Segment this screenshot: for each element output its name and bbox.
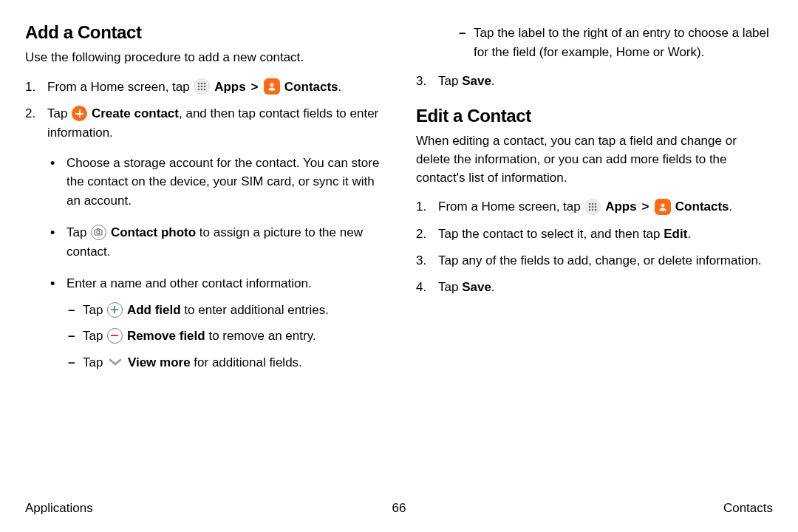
intro-edit: When editing a contact, you can tap a fi…: [416, 132, 773, 187]
step-2: Tap Create contact, and then tap contact…: [25, 104, 382, 372]
edit-step-1: From a Home screen, tap Apps > Contacts.: [416, 197, 773, 216]
dash-remove-field: Tap Remove field to remove an entry.: [66, 327, 382, 346]
edit-step-3: Tap any of the fields to add, change, or…: [416, 251, 773, 270]
add-field-icon: [107, 302, 123, 318]
svg-point-18: [589, 208, 591, 211]
edit-s1-end: .: [729, 200, 733, 214]
save-label: Save: [462, 74, 491, 88]
edit-s1-pre: From a Home screen, tap: [438, 200, 584, 214]
step-2-bullets: Choose a storage account for the contact…: [47, 154, 382, 372]
camera-icon: [91, 225, 106, 240]
edit-s2-end: .: [687, 227, 691, 241]
step3-end: .: [491, 74, 495, 88]
page-number: 66: [392, 501, 406, 516]
svg-point-4: [201, 86, 203, 88]
apps-icon: [194, 78, 210, 95]
svg-point-16: [592, 205, 594, 208]
svg-point-9: [270, 83, 274, 87]
apps-icon: [584, 199, 601, 215]
view-more-label: View more: [128, 355, 191, 369]
edit-label: Edit: [664, 227, 687, 241]
svg-point-17: [595, 205, 597, 208]
svg-point-19: [592, 208, 594, 211]
steps-add-continued: Tap Save.: [416, 72, 773, 91]
step-3-save: Tap Save.: [416, 72, 773, 91]
bullet-name-info: Enter a name and other contact informati…: [47, 274, 382, 372]
column-left: Add a Contact Use the following procedur…: [25, 22, 382, 385]
bullet-storage: Choose a storage account for the contact…: [47, 154, 382, 211]
svg-point-15: [589, 205, 591, 208]
edit-s4-end: .: [491, 280, 495, 294]
svg-point-20: [595, 208, 597, 211]
contacts-icon: [264, 78, 280, 95]
dash-remove-post: to remove an entry.: [205, 329, 316, 343]
svg-point-1: [201, 83, 203, 85]
column-right: Tap the label to the right of an entry t…: [416, 22, 773, 385]
contact-photo-label: Contact photo: [111, 225, 196, 239]
remove-field-icon: [107, 328, 123, 344]
section-title-edit: Edit a Contact: [416, 106, 773, 126]
svg-point-12: [589, 202, 591, 205]
svg-point-14: [595, 202, 597, 205]
apps-label: Apps: [214, 80, 246, 94]
svg-point-3: [198, 86, 200, 88]
svg-point-6: [198, 89, 200, 91]
dash-view-pre: Tap: [83, 355, 106, 369]
two-column-layout: Add a Contact Use the following procedur…: [25, 22, 773, 385]
page-footer: Applications 66 Contacts: [25, 501, 773, 516]
dash-add-pre: Tap: [83, 303, 106, 317]
intro-add: Use the following procedure to add a new…: [25, 49, 382, 67]
create-contact-icon: [72, 106, 87, 121]
dash-add-field: Tap Add field to enter additional entrie…: [66, 301, 382, 320]
step-2-pre: Tap: [47, 106, 71, 120]
svg-point-13: [592, 202, 594, 205]
svg-point-2: [204, 83, 206, 85]
section-title-add: Add a Contact: [25, 22, 382, 43]
continued-dash: Tap the label to the right of an entry t…: [416, 24, 773, 61]
step-1: From a Home screen, tap Apps > Contacts.: [25, 78, 382, 97]
chevron-down-icon: [107, 355, 123, 369]
bullet-name-text: Enter a name and other contact informati…: [66, 276, 312, 290]
sub-dashes: Tap Add field to enter additional entrie…: [66, 301, 382, 372]
step-1-end: .: [338, 80, 342, 94]
svg-point-11: [97, 231, 100, 234]
edit-s2-pre: Tap the contact to select it, and then t…: [438, 227, 664, 241]
dash-add-post: to enter additional entries.: [181, 303, 329, 317]
manual-page: Add a Contact Use the following procedur…: [0, 0, 798, 532]
create-contact-label: Create contact: [92, 106, 179, 120]
breadcrumb-chevron: >: [250, 80, 258, 94]
breadcrumb-chevron: >: [641, 200, 649, 214]
svg-point-0: [198, 83, 200, 85]
contacts-icon: [655, 199, 671, 215]
step3-pre: Tap: [438, 74, 462, 88]
footer-left: Applications: [25, 501, 93, 516]
dash-view-more: Tap View more for additional fields.: [66, 353, 382, 372]
svg-point-21: [661, 203, 665, 207]
dash-remove-pre: Tap: [83, 329, 106, 343]
svg-point-8: [204, 89, 206, 91]
svg-point-5: [204, 86, 206, 88]
remove-field-label: Remove field: [127, 329, 205, 343]
apps-label: Apps: [605, 200, 637, 214]
edit-step-2: Tap the contact to select it, and then t…: [416, 225, 773, 244]
dash-label-choice: Tap the label to the right of an entry t…: [457, 24, 773, 61]
edit-step-4: Tap Save.: [416, 278, 773, 297]
edit-s4-pre: Tap: [438, 280, 462, 294]
bullet-photo-pre: Tap: [66, 225, 90, 239]
footer-right: Contacts: [723, 501, 773, 516]
step-1-pre: From a Home screen, tap: [47, 80, 193, 94]
contacts-label: Contacts: [284, 80, 338, 94]
save-label: Save: [462, 280, 491, 294]
dash-view-post: for additional fields.: [191, 355, 302, 369]
bullet-photo: Tap Contact photo to assign a picture to…: [47, 223, 382, 261]
svg-point-7: [201, 89, 203, 91]
contacts-label: Contacts: [675, 200, 729, 214]
add-field-label: Add field: [127, 303, 181, 317]
steps-edit: From a Home screen, tap Apps > Contacts.…: [416, 197, 773, 297]
steps-add: From a Home screen, tap Apps > Contacts.…: [25, 78, 382, 372]
